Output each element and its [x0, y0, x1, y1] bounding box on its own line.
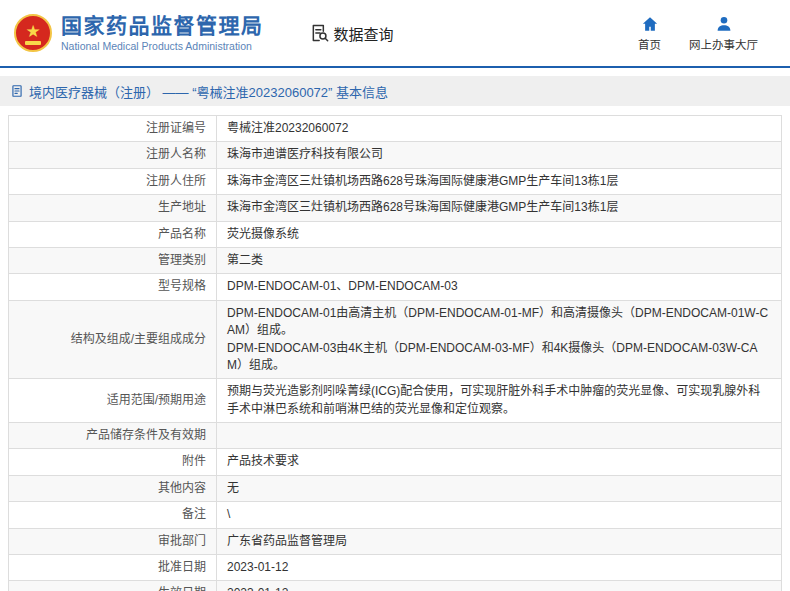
table-row: 注册人住所珠海市金湾区三灶镇机场西路628号珠海国际健康港GMP生产车间13栋1… — [9, 168, 782, 194]
breadcrumb-text: 境内医疗器械（注册） —— “粤械注准20232060072” 基本信息 — [29, 82, 388, 101]
row-label-text: 产品名称 — [158, 227, 206, 241]
agency-title-block: 国家药品监督管理局 National Medical Products Admi… — [61, 14, 264, 52]
row-value: 荧光摄像系统 — [217, 221, 782, 247]
row-value: DPM-ENDOCAM-01由高清主机（DPM-ENDOCAM-01-MF）和高… — [217, 300, 782, 379]
row-label: 审批部门 — [9, 528, 217, 554]
nav-home-label: 首页 — [638, 36, 661, 52]
row-value-text: 粤械注准20232060072 — [227, 121, 348, 135]
row-value-text: 2023-01-12 — [227, 560, 288, 574]
row-value-text: \ — [227, 507, 230, 521]
row-value-text: 珠海市金湾区三灶镇机场西路628号珠海国际健康港GMP生产车间13栋1层 — [227, 174, 618, 188]
table-row: 管理类别第二类 — [9, 247, 782, 273]
row-label: 注册人名称 — [9, 142, 217, 168]
table-row: 审批部门广东省药品监督管理局 — [9, 528, 782, 554]
row-label: 结构及组成/主要组成成分 — [9, 300, 217, 379]
row-label-text: 适用范围/预期用途 — [107, 393, 206, 407]
row-label-text: 型号规格 — [158, 279, 206, 293]
data-query-label: 数据查询 — [334, 23, 394, 44]
row-label: 产品储存条件及有效期 — [9, 423, 217, 449]
table-row: 批准日期2023-01-12 — [9, 555, 782, 581]
table-row: 注册证编号粤械注准20232060072 — [9, 116, 782, 142]
row-label-text: 附件 — [182, 454, 206, 468]
row-label-text: 其他内容 — [158, 481, 206, 495]
table-row: 结构及组成/主要组成成分DPM-ENDOCAM-01由高清主机（DPM-ENDO… — [9, 300, 782, 379]
row-value: 第二类 — [217, 247, 782, 273]
row-label-text: 备注 — [182, 507, 206, 521]
row-label: 附件 — [9, 449, 217, 475]
home-icon — [641, 15, 659, 33]
national-emblem-logo — [14, 14, 52, 52]
row-value: 珠海市金湾区三灶镇机场西路628号珠海国际健康港GMP生产车间13栋1层 — [217, 195, 782, 221]
table-row: 附件产品技术要求 — [9, 449, 782, 475]
nav-service-hall[interactable]: 网上办事大厅 — [689, 15, 758, 52]
table-row: 产品名称荧光摄像系统 — [9, 221, 782, 247]
main-content: 注册证编号粤械注准20232060072注册人名称珠海市迪谱医疗科技有限公司注册… — [8, 115, 782, 591]
row-label: 型号规格 — [9, 274, 217, 300]
row-value: 粤械注准20232060072 — [217, 116, 782, 142]
table-row: 其他内容无 — [9, 475, 782, 501]
table-row: 备注\ — [9, 502, 782, 528]
row-label: 备注 — [9, 502, 217, 528]
data-query-icon — [310, 23, 330, 43]
header-nav: 首页 网上办事大厅 — [638, 15, 776, 52]
table-row: 型号规格DPM-ENDOCAM-01、DPM-ENDOCAM-03 — [9, 274, 782, 300]
row-label: 批准日期 — [9, 555, 217, 581]
row-label-text: 生效日期 — [158, 586, 206, 591]
row-value-text: 第二类 — [227, 253, 263, 267]
agency-name-en: National Medical Products Administration — [61, 40, 264, 52]
row-value-text: 产品技术要求 — [227, 454, 299, 468]
row-value-text: DPM-ENDOCAM-01、DPM-ENDOCAM-03 — [227, 279, 458, 293]
row-label-text: 生产地址 — [158, 200, 206, 214]
row-value-text: 预期与荧光造影剂吲哚菁绿(ICG)配合使用，可实现肝脏外科手术中肿瘤的荧光显像、… — [227, 384, 760, 415]
breadcrumb: 境内医疗器械（注册） —— “粤械注准20232060072” 基本信息 — [0, 76, 790, 106]
row-label: 其他内容 — [9, 475, 217, 501]
row-label: 生产地址 — [9, 195, 217, 221]
row-value: \ — [217, 502, 782, 528]
user-icon — [715, 15, 733, 33]
table-row: 注册人名称珠海市迪谱医疗科技有限公司 — [9, 142, 782, 168]
row-label-text: 管理类别 — [158, 253, 206, 267]
row-value-text: 无 — [227, 481, 239, 495]
site-header: 国家药品监督管理局 National Medical Products Admi… — [0, 0, 790, 68]
row-value: 预期与荧光造影剂吲哚菁绿(ICG)配合使用，可实现肝脏外科手术中肿瘤的荧光显像、… — [217, 379, 782, 423]
table-row: 生效日期2023-01-12 — [9, 581, 782, 591]
row-label: 注册人住所 — [9, 168, 217, 194]
row-value-text: 珠海市金湾区三灶镇机场西路628号珠海国际健康港GMP生产车间13栋1层 — [227, 200, 618, 214]
row-value-text: 珠海市迪谱医疗科技有限公司 — [227, 147, 383, 161]
row-label: 生效日期 — [9, 581, 217, 591]
row-value: 产品技术要求 — [217, 449, 782, 475]
row-value: 2023-01-12 — [217, 581, 782, 591]
row-value-text: 广东省药品监督管理局 — [227, 534, 347, 548]
row-value-text: 荧光摄像系统 — [227, 227, 299, 241]
row-value: 2023-01-12 — [217, 555, 782, 581]
row-value-text: DPM-ENDOCAM-01由高清主机（DPM-ENDOCAM-01-MF）和高… — [227, 306, 768, 372]
row-value: 广东省药品监督管理局 — [217, 528, 782, 554]
row-value-text: 2023-01-12 — [227, 586, 288, 591]
row-label-text: 审批部门 — [158, 534, 206, 548]
row-label-text: 注册人名称 — [146, 147, 206, 161]
row-label-text: 注册人住所 — [146, 174, 206, 188]
row-label: 注册证编号 — [9, 116, 217, 142]
table-row: 生产地址珠海市金湾区三灶镇机场西路628号珠海国际健康港GMP生产车间13栋1层 — [9, 195, 782, 221]
row-value: 无 — [217, 475, 782, 501]
info-table-body: 注册证编号粤械注准20232060072注册人名称珠海市迪谱医疗科技有限公司注册… — [9, 116, 782, 591]
row-value: 珠海市金湾区三灶镇机场西路628号珠海国际健康港GMP生产车间13栋1层 — [217, 168, 782, 194]
row-label: 适用范围/预期用途 — [9, 379, 217, 423]
row-label-text: 注册证编号 — [146, 121, 206, 135]
table-row: 适用范围/预期用途预期与荧光造影剂吲哚菁绿(ICG)配合使用，可实现肝脏外科手术… — [9, 379, 782, 423]
row-label-text: 结构及组成/主要组成成分 — [71, 332, 206, 346]
row-label-text: 产品储存条件及有效期 — [86, 428, 206, 442]
agency-name-cn: 国家药品监督管理局 — [61, 14, 264, 38]
row-label-text: 批准日期 — [158, 560, 206, 574]
data-query-nav[interactable]: 数据查询 — [310, 23, 394, 44]
row-value: DPM-ENDOCAM-01、DPM-ENDOCAM-03 — [217, 274, 782, 300]
row-value: 珠海市迪谱医疗科技有限公司 — [217, 142, 782, 168]
table-row: 产品储存条件及有效期 — [9, 423, 782, 449]
info-table: 注册证编号粤械注准20232060072注册人名称珠海市迪谱医疗科技有限公司注册… — [8, 115, 782, 591]
nav-service-hall-label: 网上办事大厅 — [689, 36, 758, 52]
nav-home[interactable]: 首页 — [638, 15, 661, 52]
row-label: 管理类别 — [9, 247, 217, 273]
row-value — [217, 423, 782, 449]
document-icon — [10, 84, 24, 98]
row-label: 产品名称 — [9, 221, 217, 247]
